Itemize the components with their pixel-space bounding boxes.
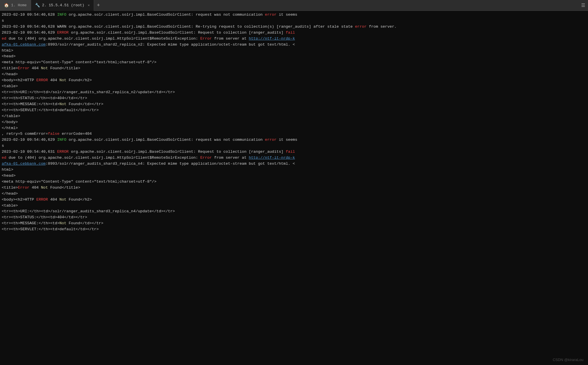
tab-home[interactable]: 🏠 1. Home xyxy=(0,0,31,11)
terminal-line: <tr><th>URI:</th><td>/solr/ranger_audits… xyxy=(2,89,586,95)
terminal-line: <table> xyxy=(2,83,586,89)
terminal-line: s xyxy=(2,143,586,149)
terminal-line: <tr><th>SERVLET:</th><td>default</td></t… xyxy=(2,227,586,233)
menu-icon[interactable]: ☰ xyxy=(581,3,585,8)
csdn-watermark: CSDN @kiraraLou xyxy=(553,357,583,363)
terminal-line: <tr><th>URI:</th><td>/solr/ranger_audits… xyxy=(2,209,586,215)
terminal-line: <tr><th>STATUS:</th><td>404</td></tr> xyxy=(2,215,586,221)
terminal-line: <head> xyxy=(2,173,586,179)
terminal-line: <title>Error 404 Not Found</title> xyxy=(2,66,586,72)
terminal-line: <title>Error 404 Not Found</title> xyxy=(2,185,586,191)
tab-bar: 🏠 1. Home 🔧 2. 15.5.4.51 (root) ✕ + ☰ xyxy=(0,0,588,11)
terminal-line: html> xyxy=(2,48,586,54)
terminal-line: 2023-02-10 09:54:40,631 ERROR org.apache… xyxy=(2,149,586,155)
terminal-line: afka-01.cebbank.com:8993/solr/ranger_aud… xyxy=(2,161,586,167)
terminal-line: html> xyxy=(2,167,586,173)
terminal-line: <body><h2>HTTP ERROR 404 Not Found</h2> xyxy=(2,197,586,203)
terminal-content: 2023-02-10 09:54:40,628 INFO org.apache.… xyxy=(2,12,586,233)
tab-home-label: 1. Home xyxy=(11,3,27,7)
new-tab-button[interactable]: + xyxy=(94,0,103,11)
terminal-icon: 🔧 xyxy=(35,3,40,8)
tab-terminal-label: 2. 15.5.4.51 (root) xyxy=(42,3,84,7)
terminal-window[interactable]: 2023-02-10 09:54:40,628 INFO org.apache.… xyxy=(0,11,588,365)
terminal-line: 2023-02-10 09:54:40,629 ERROR org.apache… xyxy=(2,30,586,36)
terminal-line: afka-01.cebbank.com:8993/solr/ranger_aud… xyxy=(2,42,586,48)
terminal-line: <head> xyxy=(2,54,586,60)
terminal-line: </head> xyxy=(2,72,586,78)
terminal-line: <tr><th>SERVLET:</th><td>default</td></t… xyxy=(2,107,586,113)
terminal-line: </html> xyxy=(2,125,586,131)
terminal-line: <tr><th>MESSAGE:</th><td>Not Found</td><… xyxy=(2,221,586,227)
terminal-line: <meta http-equiv="Content-Type" content=… xyxy=(2,179,586,185)
terminal-line: , retry=5 commError=false errorCode=404 xyxy=(2,131,586,137)
terminal-line: </body> xyxy=(2,119,586,125)
terminal-line: <meta http-equiv="Content-Type" content=… xyxy=(2,60,586,66)
terminal-line: <tr><th>MESSAGE:</th><td>Not Found</td><… xyxy=(2,101,586,107)
terminal-line: 2023-02-10 09:54:40,628 INFO org.apache.… xyxy=(2,12,586,18)
terminal-line: <body><h2>HTTP ERROR 404 Not Found</h2> xyxy=(2,78,586,83)
terminal-line: ed due to (404) org.apache.solr.client.s… xyxy=(2,155,586,161)
home-icon: 🏠 xyxy=(4,3,9,8)
terminal-line: 2023-02-10 09:54:40,629 INFO org.apache.… xyxy=(2,137,586,143)
terminal-line: </head> xyxy=(2,191,586,197)
terminal-line: </table> xyxy=(2,113,586,119)
terminal-line: s xyxy=(2,18,586,24)
terminal-line: <table> xyxy=(2,203,586,209)
tab-terminal[interactable]: 🔧 2. 15.5.4.51 (root) ✕ xyxy=(31,0,94,11)
terminal-line: <tr><th>STATUS:</th><td>404</td></tr> xyxy=(2,95,586,101)
terminal-line: ed due to (404) org.apache.solr.client.s… xyxy=(2,36,586,42)
tab-close-button[interactable]: ✕ xyxy=(88,3,90,7)
terminal-line: 2023-02-10 09:54:40,628 WARN org.apache.… xyxy=(2,24,586,30)
